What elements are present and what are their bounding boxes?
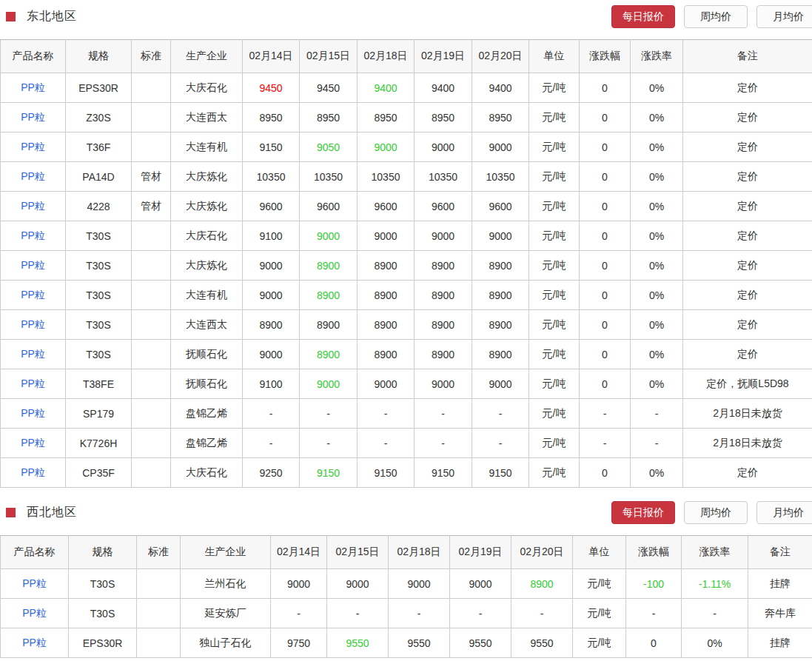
weekly-average-button[interactable]: 周均价 (684, 5, 748, 28)
product-link[interactable]: PP粒 (1, 162, 66, 192)
unit-cell: 元/吨 (529, 340, 580, 369)
column-header: 02月18日 (358, 40, 415, 73)
price-cell: 8900 (511, 569, 573, 599)
product-link[interactable]: PP粒 (1, 569, 69, 599)
standard-cell (132, 310, 171, 340)
price-cell: 9000 (243, 251, 300, 281)
unit-cell: 元/吨 (573, 599, 626, 628)
unit-cell: 元/吨 (573, 628, 626, 658)
change-rate-cell: 0% (631, 103, 683, 132)
change-amount-cell: 0 (580, 369, 631, 399)
price-cell: - (472, 399, 529, 429)
monthly-average-button[interactable]: 月均价 (756, 501, 812, 524)
product-link[interactable]: PP粒 (1, 628, 69, 658)
product-link[interactable]: PP粒 (1, 221, 66, 251)
column-header: 02月20日 (511, 536, 573, 569)
remark-cell: 定价 (683, 73, 812, 103)
column-header: 涨跌幅 (580, 40, 631, 73)
table-row: PP粒K7726H盘锦乙烯-----元/吨--2月18日未放货 (1, 429, 812, 458)
product-link[interactable]: PP粒 (1, 310, 66, 340)
price-cell: 8950 (243, 103, 300, 132)
change-rate-cell: -1.11% (682, 569, 748, 599)
unit-cell: 元/吨 (529, 103, 580, 132)
product-link[interactable]: PP粒 (1, 458, 66, 488)
table-row: PP粒T30S抚顺石化90008900890089008900元/吨00%定价 (1, 340, 812, 369)
table-row: PP粒EPS30R独山子石化97509550955095509550元/吨00%… (1, 628, 812, 658)
product-link[interactable]: PP粒 (1, 599, 69, 628)
product-link[interactable]: PP粒 (1, 251, 66, 281)
change-amount-cell: 0 (580, 458, 631, 488)
change-rate-cell: - (682, 599, 748, 628)
column-header: 产品名称 (1, 536, 69, 569)
spec-cell: Z30S (66, 103, 132, 132)
price-cell: 8900 (358, 281, 415, 310)
product-link[interactable]: PP粒 (1, 429, 66, 458)
price-cell: 8900 (415, 281, 472, 310)
price-cell: 9000 (389, 569, 450, 599)
standard-cell (132, 281, 171, 310)
column-header: 02月15日 (327, 536, 389, 569)
price-cell: 9250 (243, 458, 300, 488)
producer-cell: 大连西太 (171, 103, 243, 132)
remark-cell: 奔牛库 (748, 599, 812, 628)
producer-cell: 大庆炼化 (171, 162, 243, 192)
table-row: PP粒Z30S大连西太89508950895089508950元/吨00%定价 (1, 103, 812, 132)
remark-cell: 挂牌 (748, 569, 812, 599)
product-link[interactable]: PP粒 (1, 340, 66, 369)
column-header: 02月14日 (243, 40, 300, 73)
price-cell: - (358, 399, 415, 429)
column-header: 涨跌率 (682, 536, 748, 569)
change-rate-cell: - (631, 429, 683, 458)
daily-price-button[interactable]: 每日报价 (611, 5, 675, 28)
table-row: PP粒PA14D管材大庆炼化1035010350103501035010350元… (1, 162, 812, 192)
remark-cell: 2月18日未放货 (683, 429, 812, 458)
daily-price-button[interactable]: 每日报价 (611, 501, 675, 524)
product-link[interactable]: PP粒 (1, 281, 66, 310)
price-cell: 9000 (472, 369, 529, 399)
price-cell: 9000 (415, 221, 472, 251)
product-link[interactable]: PP粒 (1, 369, 66, 399)
price-cell: 9550 (389, 628, 450, 658)
price-cell: - (271, 599, 327, 628)
standard-cell (132, 132, 171, 162)
weekly-average-button[interactable]: 周均价 (684, 501, 748, 524)
product-link[interactable]: PP粒 (1, 103, 66, 132)
price-cell: 9000 (271, 569, 327, 599)
unit-cell: 元/吨 (529, 310, 580, 340)
price-cell: 9400 (415, 73, 472, 103)
spec-cell: EPS30R (69, 628, 137, 658)
section-header: 西北地区 每日报价 周均价 月均价 (0, 501, 812, 524)
section-header: 东北地区 每日报价 周均价 月均价 (0, 5, 812, 28)
change-amount-cell: 0 (580, 281, 631, 310)
producer-cell: 独山子石化 (181, 628, 271, 658)
price-cell: - (327, 599, 389, 628)
product-link[interactable]: PP粒 (1, 73, 66, 103)
product-link[interactable]: PP粒 (1, 192, 66, 221)
standard-cell (132, 73, 171, 103)
price-cell: 9600 (243, 192, 300, 221)
spec-cell: K7726H (66, 429, 132, 458)
column-header: 产品名称 (1, 40, 66, 73)
price-cell: 9150 (243, 132, 300, 162)
change-rate-cell: 0% (631, 281, 683, 310)
product-link[interactable]: PP粒 (1, 399, 66, 429)
standard-cell (132, 340, 171, 369)
table-row: PP粒CP35F大庆石化92509150915091509150元/吨00%定价 (1, 458, 812, 488)
standard-cell (132, 458, 171, 488)
remark-cell: 定价 (683, 132, 812, 162)
price-cell: 10350 (300, 162, 358, 192)
producer-cell: 抚顺石化 (171, 340, 243, 369)
remark-cell: 定价 (683, 162, 812, 192)
unit-cell: 元/吨 (529, 221, 580, 251)
change-amount-cell: 0 (580, 192, 631, 221)
price-cell: 9750 (271, 628, 327, 658)
change-rate-cell: 0% (631, 221, 683, 251)
column-header: 规格 (69, 536, 137, 569)
price-cell: - (415, 429, 472, 458)
price-cell: 9000 (472, 132, 529, 162)
monthly-average-button[interactable]: 月均价 (756, 5, 812, 28)
price-cell: 9000 (450, 569, 511, 599)
product-link[interactable]: PP粒 (1, 132, 66, 162)
price-cell: 8900 (300, 281, 358, 310)
price-cell: 8900 (472, 251, 529, 281)
